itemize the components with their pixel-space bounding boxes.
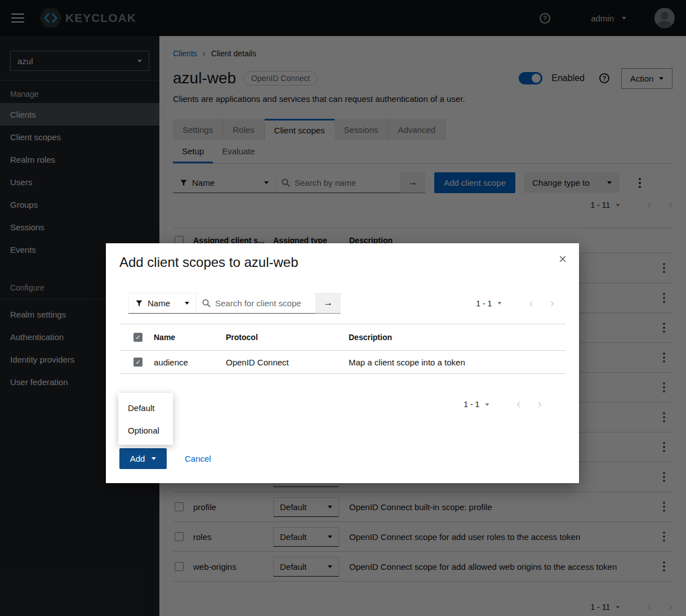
cancel-link[interactable]: Cancel	[185, 454, 211, 463]
pagination-prev-button[interactable]: ‹	[529, 297, 533, 310]
modal-filter-type-select[interactable]: Name	[128, 293, 197, 313]
menu-item-optional[interactable]: Optional	[118, 419, 173, 441]
modal-search-box	[197, 293, 315, 313]
add-label: Add	[130, 454, 145, 463]
keycloak-admin-page: KEYCLOAK ? admin azul ManageClientsClien…	[0, 0, 686, 616]
modal-filter-caret-icon	[185, 302, 189, 305]
column-header-description: Description	[349, 333, 565, 342]
modal-pagination-bottom: 1 - 1 ‹ ›	[464, 394, 542, 414]
add-split-button[interactable]: Add	[119, 448, 167, 469]
pagination-caret-icon[interactable]	[485, 403, 489, 405]
filter-icon	[136, 300, 142, 307]
column-header-protocol: Protocol	[226, 333, 349, 342]
add-client-scopes-modal: Add client scopes to azul-web × Name → 1…	[106, 243, 579, 483]
modal-filter-toolbar: Name →	[128, 293, 341, 314]
pagination-next-button[interactable]: ›	[550, 297, 554, 310]
modal-footer: Add Cancel	[119, 448, 211, 469]
modal-table-row-audience: audienceOpenID ConnectMap a client scope…	[119, 351, 565, 374]
scope-name: audience	[154, 358, 226, 367]
modal-search-input[interactable]	[215, 298, 315, 308]
modal-select-all-checkbox[interactable]	[133, 333, 142, 342]
modal-pagination-top: 1 - 1 ‹ ›	[476, 293, 554, 314]
pagination-range[interactable]: 1 - 1	[476, 299, 492, 308]
add-caret-icon	[152, 457, 156, 460]
modal-close-icon[interactable]: ×	[559, 252, 567, 266]
search-icon	[202, 299, 211, 307]
scope-protocol: OpenID Connect	[226, 358, 349, 367]
modal-search-submit-button[interactable]: →	[315, 293, 341, 314]
pagination-prev-button[interactable]: ‹	[516, 398, 520, 410]
modal-title: Add client scopes to azul-web	[119, 255, 299, 270]
pagination-next-button[interactable]: ›	[538, 398, 542, 410]
pagination-caret-icon[interactable]	[498, 302, 502, 304]
modal-scopes-table: Name Protocol Description audienceOpenID…	[119, 324, 565, 374]
add-type-dropdown-menu: DefaultOptional	[118, 393, 173, 445]
modal-filter-label: Name	[148, 298, 170, 308]
pagination-range[interactable]: 1 - 1	[464, 400, 479, 409]
column-header-name[interactable]: Name	[154, 333, 226, 342]
scope-description: Map a client scope into a token	[349, 358, 565, 367]
menu-item-default[interactable]: Default	[118, 396, 173, 419]
row-checkbox[interactable]	[133, 358, 142, 367]
modal-table-header-row: Name Protocol Description	[119, 324, 565, 351]
